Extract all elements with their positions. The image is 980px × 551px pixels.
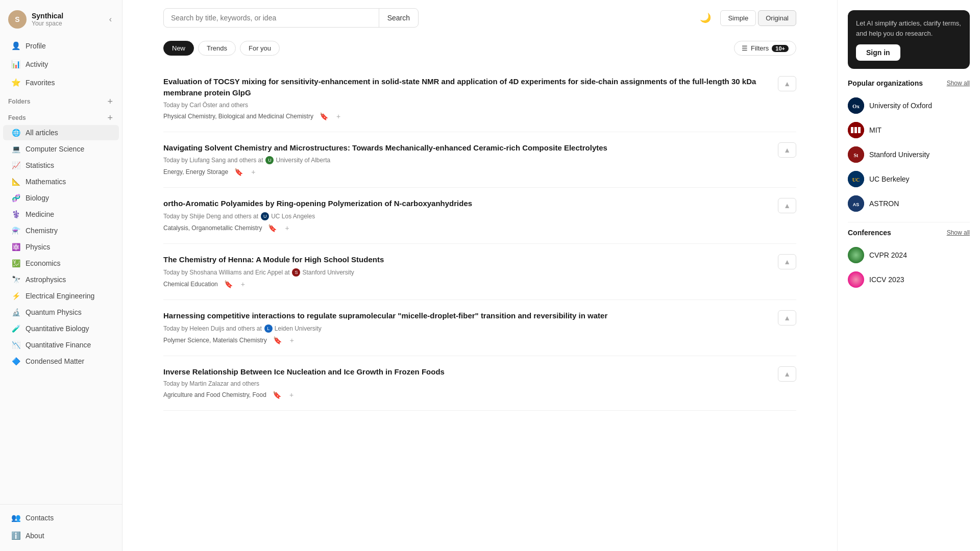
org-badge: U University of Alberta (265, 156, 330, 164)
add-button[interactable]: + (239, 279, 247, 289)
sidebar-item-favorites[interactable]: ⭐ Favorites (3, 74, 119, 91)
sidebar-item-condensed-matter[interactable]: 🔷 Condensed Matter (3, 354, 119, 369)
article-title[interactable]: Harnessing competitive interactions to r… (163, 310, 770, 321)
original-view-button[interactable]: Original (758, 10, 796, 26)
feed-label: Economics (26, 259, 60, 267)
article-title[interactable]: Inverse Relationship Between Ice Nucleat… (163, 366, 770, 378)
add-button[interactable]: + (283, 223, 291, 233)
org-name: University of Alberta (276, 157, 330, 164)
svg-text:Ox: Ox (852, 103, 860, 109)
sidebar-item-label: About (26, 532, 44, 540)
sidebar-item-all-articles[interactable]: 🌐 All articles (3, 125, 119, 140)
upvote-button[interactable]: ▲ (778, 142, 796, 158)
add-button[interactable]: + (287, 390, 296, 400)
sidebar-item-profile[interactable]: 👤 Profile (3, 37, 119, 55)
filter-tab-trends[interactable]: Trends (198, 41, 236, 56)
filter-tab-new[interactable]: New (163, 41, 194, 56)
feed-label: Astrophysics (26, 276, 66, 284)
sidebar-item-statistics[interactable]: 📈 Statistics (3, 158, 119, 173)
show-all-conferences-link[interactable]: Show all (947, 229, 970, 236)
feed-label: Chemistry (26, 227, 58, 235)
table-row: Harnessing competitive interactions to r… (163, 300, 796, 356)
medicine-icon: ⚕️ (11, 210, 20, 218)
economics-icon: 💹 (11, 259, 20, 267)
bookmark-button[interactable]: 🔖 (271, 390, 283, 400)
search-button[interactable]: Search (379, 9, 418, 27)
mit-logo-icon (848, 122, 864, 138)
sidebar-item-electrical-engineering[interactable]: ⚡ Electrical Engineering (3, 288, 119, 304)
svg-point-13 (848, 247, 864, 263)
upvote-button[interactable]: ▲ (778, 76, 796, 91)
sidebar-item-biology[interactable]: 🧬 Biology (3, 190, 119, 206)
math-icon: 📐 (11, 178, 20, 186)
about-icon: ℹ️ (11, 531, 20, 540)
svg-rect-6 (853, 127, 854, 131)
article-title[interactable]: ortho-Aromatic Polyamides by Ring-openin… (163, 198, 770, 209)
sidebar-item-physics[interactable]: ⚛️ Physics (3, 239, 119, 255)
bookmark-button[interactable]: 🔖 (232, 167, 245, 177)
bookmark-button[interactable]: 🔖 (271, 335, 284, 345)
add-button[interactable]: + (334, 111, 342, 121)
add-folder-button[interactable]: + (106, 97, 114, 106)
article-tags: Energy, Energy Storage 🔖 + (163, 167, 770, 177)
sidebar-item-astrophysics[interactable]: 🔭 Astrophysics (3, 272, 119, 287)
conf-item-iccv2023[interactable]: ICCV 2023 (848, 267, 970, 292)
org-item-astron[interactable]: AS ASTRON (848, 191, 970, 216)
bookmark-button[interactable]: 🔖 (266, 223, 279, 233)
popular-orgs-header: Popular organizations Show all (848, 79, 970, 87)
filter-tab-for-you[interactable]: For you (240, 41, 280, 56)
org-item-mit[interactable]: MIT (848, 118, 970, 142)
conferences-header: Conferences Show all (848, 229, 970, 237)
sign-in-button[interactable]: Sign in (856, 44, 900, 61)
feed-label: Statistics (26, 161, 54, 169)
sidebar: S Synthical Your space ‹ 👤 Profile 📊 Act… (0, 0, 122, 551)
article-title[interactable]: Navigating Solvent Chemistry and Microst… (163, 142, 770, 154)
sidebar-item-label: Activity (26, 60, 48, 68)
filters-button[interactable]: ☰ Filters 10+ (734, 41, 796, 56)
add-feed-button[interactable]: + (106, 113, 114, 122)
sidebar-item-economics[interactable]: 💹 Economics (3, 256, 119, 271)
sidebar-item-quantitative-finance[interactable]: 📉 Quantitative Finance (3, 337, 119, 353)
sidebar-item-activity[interactable]: 📊 Activity (3, 56, 119, 73)
topbar: Search 🌙 Simple Original (143, 0, 817, 36)
article-tag: Physical Chemistry, Biological and Medic… (163, 113, 313, 120)
upvote-button[interactable]: ▲ (778, 366, 796, 382)
article-tags: Polymer Science, Materials Chemistry 🔖 + (163, 335, 770, 345)
org-name: ASTRON (869, 199, 899, 208)
org-badge: U UC Los Angeles (261, 212, 315, 220)
upvote-button[interactable]: ▲ (778, 254, 796, 269)
article-tags: Catalysis, Organometallic Chemistry 🔖 + (163, 223, 770, 233)
svg-rect-3 (851, 127, 853, 133)
sidebar-item-mathematics[interactable]: 📐 Mathematics (3, 174, 119, 189)
article-tags: Agriculture and Food Chemistry, Food 🔖 + (163, 390, 770, 400)
bookmark-button[interactable]: 🔖 (317, 111, 330, 121)
sidebar-item-contacts[interactable]: 👥 Contacts (3, 509, 119, 527)
upvote-button[interactable]: ▲ (778, 198, 796, 213)
sidebar-item-quantum-physics[interactable]: 🔬 Quantum Physics (3, 305, 119, 320)
org-item-uc-berkeley[interactable]: UC UC Berkeley (848, 167, 970, 191)
sidebar-item-about[interactable]: ℹ️ About (3, 527, 119, 544)
article-title[interactable]: The Chemistry of Henna: A Module for Hig… (163, 254, 770, 265)
org-item-stanford[interactable]: St Stanford University (848, 142, 970, 167)
right-sidebar: Let AI simplify articles, clarify terms,… (837, 0, 980, 551)
sidebar-item-quantitative-biology[interactable]: 🧪 Quantitative Biology (3, 321, 119, 336)
dark-mode-toggle[interactable]: 🌙 (697, 9, 714, 27)
article-tag: Catalysis, Organometallic Chemistry (163, 224, 262, 232)
upvote-button[interactable]: ▲ (778, 310, 796, 325)
add-button[interactable]: + (288, 335, 296, 345)
bookmark-button[interactable]: 🔖 (222, 279, 235, 289)
org-item-oxford[interactable]: Ox University of Oxford (848, 93, 970, 118)
add-button[interactable]: + (249, 167, 257, 177)
simple-view-button[interactable]: Simple (720, 10, 756, 26)
search-input[interactable] (164, 9, 379, 27)
show-all-orgs-link[interactable]: Show all (947, 80, 970, 87)
sidebar-collapse-button[interactable]: ‹ (107, 13, 114, 26)
sidebar-item-medicine[interactable]: ⚕️ Medicine (3, 207, 119, 222)
sidebar-item-chemistry[interactable]: ⚗️ Chemistry (3, 223, 119, 238)
org-logo-icon: U (265, 156, 274, 164)
article-meta: Today by Liufang Sang and others at U Un… (163, 156, 770, 164)
article-title[interactable]: Evaluation of TOCSY mixing for sensitivi… (163, 76, 770, 98)
conf-item-cvpr2024[interactable]: CVPR 2024 (848, 243, 970, 267)
org-badge: L Leiden University (264, 324, 322, 333)
sidebar-item-computer-science[interactable]: 💻 Computer Science (3, 141, 119, 157)
